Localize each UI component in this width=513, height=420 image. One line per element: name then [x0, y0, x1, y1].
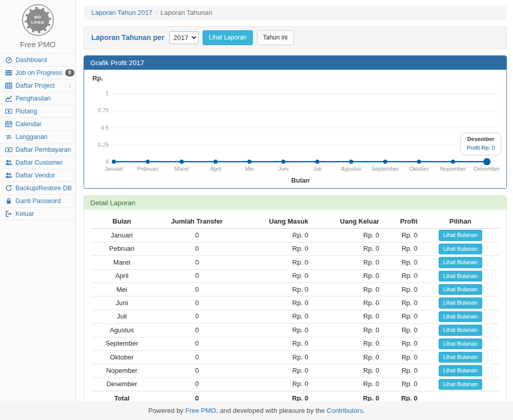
sidebar-item-langganan[interactable]: Langganan — [0, 131, 75, 144]
sidebar-item-penghasilan[interactable]: Penghasilan — [0, 92, 75, 105]
sidebar-item-label: Langganan — [15, 133, 71, 141]
data-point — [112, 159, 116, 164]
chart-panel-body: Rp.10.750.50.250JanuariPebruariMaretApri… — [84, 70, 506, 188]
year-select[interactable]: 2017 — [169, 31, 199, 44]
cell-pilihan: Lihat Bulanan — [422, 350, 499, 364]
sidebar-item-label: Ganti Password — [15, 197, 71, 205]
y-tick-label: 0 — [106, 158, 109, 165]
column-header-profit: Profit — [383, 214, 422, 229]
cell-jumlah-transfer: 0 — [152, 310, 242, 323]
view-monthly-button[interactable]: Lihat Bulanan — [439, 365, 482, 376]
cell-profit: Rp. 0 — [383, 377, 422, 391]
sidebar-item-daftar-project[interactable]: Daftar Project‹ — [0, 79, 75, 92]
cell-profit: Rp. 0 — [383, 269, 422, 283]
cell-bulan: September — [91, 337, 152, 350]
view-monthly-button[interactable]: Lihat Bulanan — [439, 297, 482, 308]
cell-profit: Rp. 0 — [383, 310, 422, 323]
footer-text: Powered by Free PMO, and developed with … — [148, 407, 365, 414]
x-tick-label: September — [371, 166, 399, 172]
sidebar-item-label: Daftar Customer — [15, 159, 71, 166]
cell-uang-masuk: Rp. 0 — [242, 310, 312, 323]
cell-uang-keluar: Rp. 0 — [312, 229, 383, 242]
app-name: Free PMO — [0, 40, 75, 49]
calendar-icon — [5, 121, 12, 128]
dashboard-icon — [5, 56, 12, 64]
data-point — [146, 159, 150, 164]
view-monthly-button[interactable]: Lihat Bulanan — [439, 379, 482, 390]
cell-pilihan: Lihat Bulanan — [422, 269, 499, 283]
cell-uang-keluar: Rp. 0 — [312, 364, 383, 377]
cell-pilihan: Lihat Bulanan — [422, 242, 499, 255]
column-header-pilihan: Pilihan — [422, 214, 499, 229]
sidebar-item-keluar[interactable]: Keluar — [0, 208, 75, 221]
cell-uang-keluar: Rp. 0 — [312, 296, 383, 310]
cell-jumlah-transfer: 0 — [152, 337, 242, 350]
report-table-body: Januari0Rp. 0Rp. 0Rp. 0Lihat BulananPebr… — [91, 229, 499, 391]
retweet-icon — [5, 133, 12, 141]
report-table-foot: Total 0 Rp. 0 Rp. 0 Rp. 0 — [91, 391, 499, 401]
app-logo: NO LOGO — [22, 4, 54, 36]
total-uang-keluar: Rp. 0 — [312, 391, 383, 401]
y-tick-label: 0.75 — [98, 107, 109, 113]
sidebar: NO LOGO Free PMO DashboardJob on Progres… — [0, 0, 76, 401]
cell-bulan: Januari — [91, 229, 152, 242]
line-chart-icon — [5, 95, 12, 102]
table-row: April0Rp. 0Rp. 0Rp. 0Lihat Bulanan — [91, 269, 499, 283]
cell-uang-masuk: Rp. 0 — [242, 377, 312, 391]
cell-uang-keluar: Rp. 0 — [312, 324, 383, 337]
sidebar-item-calendar[interactable]: Calendar — [0, 118, 75, 131]
data-point — [281, 159, 285, 164]
users-icon — [5, 159, 12, 166]
cell-jumlah-transfer: 0 — [152, 364, 242, 377]
sidebar-item-job-on-progress[interactable]: Job on Progress0 — [0, 67, 75, 79]
view-monthly-button[interactable]: Lihat Bulanan — [439, 311, 482, 322]
view-monthly-button[interactable]: Lihat Bulanan — [439, 244, 482, 254]
view-monthly-button[interactable]: Lihat Bulanan — [439, 271, 482, 282]
view-monthly-button[interactable]: Lihat Bulanan — [439, 352, 482, 363]
chart-panel-title: Grafik Profit 2017 — [84, 56, 506, 70]
cell-bulan: Maret — [91, 256, 152, 269]
cell-uang-masuk: Rp. 0 — [242, 337, 312, 350]
sidebar-item-backup-restore-db[interactable]: Backup/Restore DB — [0, 182, 75, 195]
this-year-button[interactable]: Tahun ini — [257, 30, 294, 45]
cell-bulan: April — [91, 269, 152, 283]
cell-uang-keluar: Rp. 0 — [312, 310, 383, 323]
cell-jumlah-transfer: 0 — [152, 324, 242, 337]
lock-icon — [5, 197, 12, 205]
sidebar-item-daftar-vendor[interactable]: Daftar Vendor — [0, 169, 75, 182]
total-uang-masuk: Rp. 0 — [242, 391, 312, 401]
cell-uang-masuk: Rp. 0 — [242, 269, 312, 283]
breadcrumb: Laporan Tahun 2017/Laporan Tahunan — [84, 5, 507, 20]
cell-pilihan: Lihat Bulanan — [422, 310, 499, 323]
money-icon — [5, 108, 12, 115]
cell-pilihan: Lihat Bulanan — [422, 337, 499, 350]
profit-line-chart: Rp.10.750.50.250JanuariPebruariMaretApri… — [88, 72, 502, 188]
data-point — [451, 159, 455, 164]
cell-uang-masuk: Rp. 0 — [242, 256, 312, 269]
total-jumlah-transfer: 0 — [152, 391, 242, 401]
view-monthly-button[interactable]: Lihat Bulanan — [439, 338, 482, 349]
sidebar-item-label: Penghasilan — [15, 95, 71, 102]
cell-profit: Rp. 0 — [383, 242, 422, 255]
tasks-icon — [5, 69, 12, 76]
cell-uang-keluar: Rp. 0 — [312, 242, 383, 255]
view-monthly-button[interactable]: Lihat Bulanan — [439, 257, 482, 268]
total-profit: Rp. 0 — [383, 391, 422, 401]
table-row: Juni0Rp. 0Rp. 0Rp. 0Lihat Bulanan — [91, 296, 499, 310]
view-report-button[interactable]: Lihat Laporan — [203, 30, 252, 45]
header-row: BulanJumlah TransferUang MasukUang Kelua… — [91, 214, 499, 229]
x-tick-label: Januari — [105, 166, 123, 172]
sidebar-item-dashboard[interactable]: Dashboard — [0, 54, 75, 67]
table-row: Maret0Rp. 0Rp. 0Rp. 0Lihat Bulanan — [91, 256, 499, 269]
contributors-link[interactable]: Contributors — [327, 407, 363, 414]
sidebar-item-piutang[interactable]: Piutang — [0, 105, 75, 118]
view-monthly-button[interactable]: Lihat Bulanan — [439, 284, 482, 295]
sidebar-item-daftar-customer[interactable]: Daftar Customer — [0, 156, 75, 169]
sidebar-item-daftar-pembayaran[interactable]: Daftar Pembayaran — [0, 144, 75, 156]
sidebar-item-ganti-password[interactable]: Ganti Password — [0, 195, 75, 208]
free-pmo-link[interactable]: Free PMO — [185, 407, 216, 414]
breadcrumb-link[interactable]: Laporan Tahun 2017 — [91, 9, 152, 16]
view-monthly-button[interactable]: Lihat Bulanan — [439, 230, 482, 241]
total-empty-cell — [422, 391, 499, 401]
view-monthly-button[interactable]: Lihat Bulanan — [439, 325, 482, 335]
